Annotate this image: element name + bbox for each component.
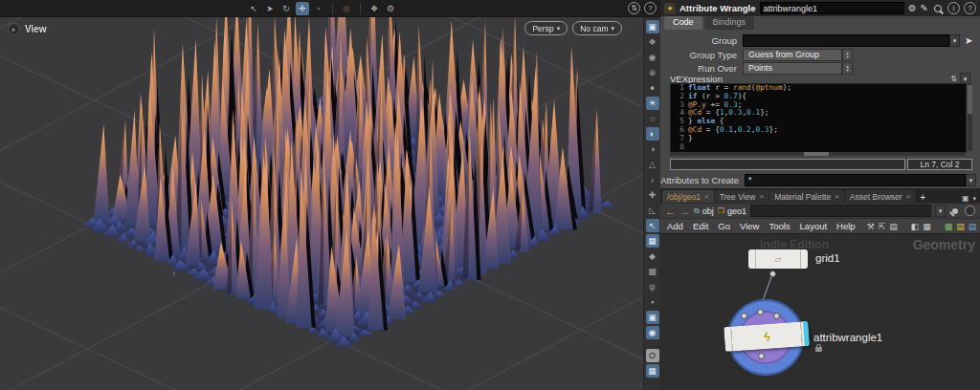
crop-region-icon[interactable]: ◺ bbox=[646, 204, 659, 217]
edit-icon[interactable]: ✎ bbox=[921, 2, 928, 14]
vex-code-editor[interactable]: 1float r = rand(@ptnum);2if (r > 0.7){3@… bbox=[670, 83, 967, 153]
tab-code[interactable]: Code bbox=[664, 16, 702, 30]
cursor-mode-icon[interactable]: ↖ bbox=[646, 219, 659, 232]
help-icon[interactable]: ? bbox=[964, 2, 976, 14]
breadcrumb-obj[interactable]: ⧉ obj bbox=[694, 206, 714, 216]
menu-tools[interactable]: Tools bbox=[768, 221, 790, 231]
headlight-icon[interactable]: ☀ bbox=[646, 97, 659, 110]
normals-display-icon[interactable]: ψ bbox=[646, 280, 659, 293]
pane-tab-material-palette[interactable]: Material Palette × bbox=[769, 190, 844, 203]
info-icon[interactable]: i bbox=[947, 2, 960, 14]
snap-options-icon[interactable]: ❖ bbox=[368, 2, 381, 15]
pane-help-icon[interactable]: ? bbox=[644, 2, 657, 14]
perspective-menu[interactable]: Persp ▾ bbox=[524, 21, 568, 35]
menu-layout[interactable]: Layout bbox=[800, 221, 828, 231]
search-icon[interactable] bbox=[934, 5, 942, 12]
reference-grid-icon[interactable]: ▦ bbox=[646, 364, 659, 378]
pane-tab-network[interactable]: /obj/geo1 × bbox=[662, 190, 714, 203]
display-options-icon[interactable]: ♪ bbox=[646, 173, 659, 186]
menu-go[interactable]: Go bbox=[718, 221, 730, 231]
editor-vertical-scrollbar[interactable] bbox=[968, 83, 972, 151]
points-display-icon[interactable]: ◆ bbox=[646, 249, 659, 263]
input-connector-dot[interactable] bbox=[757, 309, 764, 315]
forward-icon[interactable]: → bbox=[679, 206, 690, 217]
follow-selection-icon[interactable] bbox=[965, 206, 975, 216]
maximize-pane-icon[interactable]: ▣ bbox=[962, 194, 969, 203]
node-label-attribwrangle1[interactable]: attribwrangle1 bbox=[813, 332, 882, 343]
pane-tab-tree-view[interactable]: Tree View × bbox=[715, 190, 768, 203]
rotate-view-tool-icon[interactable]: ↻ bbox=[279, 2, 293, 15]
group-dropdown-icon[interactable]: ▾ bbox=[949, 34, 960, 47]
panel-left-icon[interactable]: ◧ bbox=[911, 222, 920, 231]
close-icon[interactable]: × bbox=[704, 192, 709, 201]
shading-mode-icon[interactable]: ◐ bbox=[646, 127, 659, 141]
scene-viewport[interactable]: ▸ View Persp ▾ No cam ▾ bbox=[0, 17, 643, 390]
color-palette-icon[interactable]: ▩ bbox=[945, 222, 953, 231]
background-icon[interactable]: ● bbox=[646, 81, 659, 95]
gear-icon[interactable]: ⚙ bbox=[908, 2, 917, 14]
input-connector-dot[interactable] bbox=[773, 313, 780, 319]
scene-objects-icon[interactable]: ❖ bbox=[646, 35, 659, 49]
node-name-field[interactable] bbox=[760, 2, 904, 14]
select-tool-icon[interactable]: ➤ bbox=[263, 2, 277, 15]
secure-selection-icon[interactable]: ↖ bbox=[247, 2, 260, 15]
path-dropdown-icon[interactable]: ▾ bbox=[935, 205, 946, 217]
group-type-stepper[interactable]: ▴▾ bbox=[842, 49, 853, 61]
network-editor[interactable]: Indie Edition Geometry ▱ grid1 ϟ attribw… bbox=[660, 233, 980, 390]
group-picker-arrow-icon[interactable]: ➤ bbox=[965, 35, 972, 46]
grid-display-icon[interactable]: ▩ bbox=[646, 265, 659, 278]
output-connector-dot[interactable] bbox=[769, 271, 776, 277]
lock-view-icon[interactable]: ◉ bbox=[646, 51, 659, 64]
attributes-to-create-input[interactable] bbox=[745, 174, 966, 186]
marker-display-icon[interactable]: ◉ bbox=[646, 326, 659, 339]
pane-menu-chevron-icon[interactable]: ▾ bbox=[972, 195, 976, 203]
output-connector-dot[interactable] bbox=[758, 353, 765, 359]
view-snapshot-icon[interactable]: ▣ bbox=[646, 20, 659, 33]
view-pivot-icon[interactable]: ⊕ bbox=[646, 66, 659, 79]
pane-split-icon[interactable]: ⇅ bbox=[628, 2, 640, 14]
menu-edit[interactable]: Edit bbox=[693, 221, 708, 231]
camera-selector[interactable]: No cam ▾ bbox=[572, 21, 622, 35]
attributes-dropdown-icon[interactable]: ▾ bbox=[966, 174, 976, 186]
wireframe-icon[interactable]: △ bbox=[646, 158, 659, 171]
code-line[interactable]: 8 bbox=[671, 143, 966, 152]
viewport-canvas[interactable] bbox=[0, 17, 643, 390]
code-line[interactable]: 6@Cd = {0.1,0.2,0.3}; bbox=[671, 126, 966, 135]
list-mode-icon[interactable]: ▤ bbox=[889, 222, 898, 231]
back-icon[interactable]: ← bbox=[665, 206, 676, 217]
viewport-settings-icon[interactable]: ⚙ bbox=[384, 2, 397, 15]
particle-display-icon[interactable]: ▪ bbox=[646, 295, 659, 309]
hand-tool-icon[interactable]: ✚ bbox=[646, 188, 659, 202]
tab-bindings[interactable]: Bindings bbox=[704, 16, 755, 30]
group-input[interactable] bbox=[743, 34, 949, 47]
editor-horizontal-scrollbar[interactable] bbox=[670, 152, 965, 156]
group-type-select[interactable]: Guess from Group bbox=[743, 49, 842, 61]
pane-tab-asset-browser[interactable]: Asset Browser × bbox=[845, 190, 915, 203]
close-icon[interactable]: × bbox=[835, 192, 839, 201]
group-select-icon[interactable]: ◎ bbox=[340, 2, 353, 15]
pin-icon[interactable] bbox=[952, 208, 958, 214]
select-network-icon[interactable]: ⇱ bbox=[879, 222, 886, 231]
input-connector-dot[interactable] bbox=[741, 313, 747, 319]
smooth-shade-icon[interactable]: ◑ bbox=[646, 142, 659, 156]
new-tab-button[interactable]: + bbox=[916, 192, 929, 203]
close-icon[interactable]: × bbox=[759, 192, 764, 201]
wrench-icon[interactable]: ⚒ bbox=[867, 222, 875, 231]
box-select-icon[interactable]: ▫ bbox=[312, 2, 325, 15]
show-handles-tool-icon[interactable]: ✛ bbox=[296, 2, 309, 15]
node-grid1[interactable]: ▱ bbox=[748, 249, 808, 269]
code-line[interactable]: 7} bbox=[671, 135, 966, 143]
grid-panels-icon[interactable]: ▦ bbox=[923, 222, 931, 231]
breadcrumb-geo1[interactable]: ❒ geo1 bbox=[718, 206, 746, 216]
menu-add[interactable]: Add bbox=[667, 221, 683, 231]
lighting-icon[interactable]: ☼ bbox=[646, 112, 659, 125]
close-icon[interactable]: × bbox=[906, 192, 911, 201]
path-input[interactable] bbox=[750, 205, 931, 217]
node-label-grid1[interactable]: grid1 bbox=[815, 252, 840, 264]
pane-menu-icon[interactable]: ▸ bbox=[8, 23, 20, 35]
menu-view[interactable]: View bbox=[740, 221, 759, 231]
origin-gnomon-icon[interactable]: O bbox=[646, 349, 659, 362]
menu-help[interactable]: Help bbox=[836, 221, 856, 231]
sticky-note-blue-icon[interactable]: ▤ bbox=[969, 222, 977, 231]
template-geo-icon[interactable]: ▦ bbox=[646, 234, 659, 248]
